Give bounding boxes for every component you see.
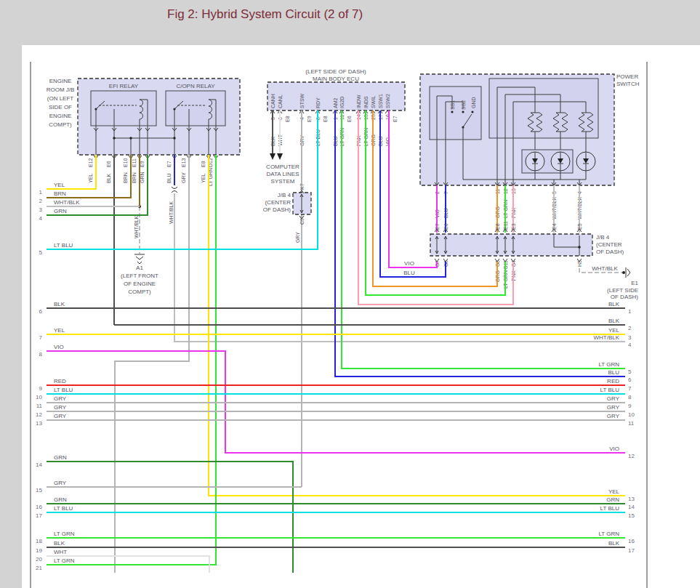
svg-text:E8: E8 [201, 161, 206, 167]
svg-text:E1: E1 [631, 280, 638, 286]
svg-text:E7: E7 [393, 116, 398, 122]
svg-text:INDS: INDS [363, 96, 369, 108]
svg-text:VIO: VIO [609, 446, 619, 452]
diagram-canvas: Fig 2: Hybrid System Circuit (2 of 7) EN… [0, 0, 700, 588]
stsw-wire-label: GRY [295, 232, 300, 243]
svg-text:11: 11 [36, 403, 43, 409]
svg-text:E9: E9 [307, 116, 312, 122]
svg-text:OF DASH): OF DASH) [611, 294, 639, 300]
switch-contact-box [430, 86, 481, 140]
svg-text:J/B 4: J/B 4 [278, 192, 291, 198]
svg-text:14: 14 [628, 504, 635, 510]
svg-text:WHT/BLK: WHT/BLK [134, 216, 139, 238]
svg-text:LT BLU: LT BLU [600, 387, 620, 393]
svg-text:GRY: GRY [607, 413, 620, 419]
svg-text:GRN: GRN [54, 454, 67, 461]
svg-text:BLK: BLK [608, 318, 620, 324]
svg-text:E7: E7 [166, 161, 172, 167]
svg-text:15: 15 [36, 487, 42, 494]
svg-text:WHT/BLK: WHT/BLK [169, 201, 174, 224]
svg-text:OF ENGINE: OF ENGINE [124, 281, 156, 287]
svg-text:17: 17 [36, 512, 42, 519]
jb4s-pin-c9: C9 [299, 218, 305, 225]
svg-text:GRN: GRN [606, 496, 619, 503]
svg-text:12: 12 [36, 411, 42, 418]
svg-text:SSW1: SSW1 [378, 94, 383, 108]
svg-text:12: 12 [628, 453, 635, 459]
svg-text:GRY: GRY [54, 404, 67, 411]
svg-text:10: 10 [36, 394, 42, 400]
svg-text:(LEFT FRONT: (LEFT FRONT [121, 273, 158, 279]
blu-wire-label: BLU [403, 270, 415, 276]
svg-text:YEL: YEL [608, 488, 620, 495]
svg-text:YEL: YEL [201, 174, 206, 183]
svg-text:YEL: YEL [54, 182, 65, 188]
svg-text:WHT/BLK: WHT/BLK [54, 199, 80, 206]
svg-text:WHT/BLK: WHT/BLK [593, 334, 619, 341]
svg-text:BRN: BRN [123, 172, 128, 183]
wiring-diagram-page: Fig 2: Hybrid System Circuit (2 of 7) EN… [0, 0, 700, 588]
svg-text:SYSTEM: SYSTEM [271, 178, 295, 185]
svg-text:BLU: BLU [608, 369, 619, 376]
svg-text:GRY: GRY [607, 395, 620, 402]
svg-text:20: 20 [36, 556, 42, 563]
svg-text:E8: E8 [495, 223, 500, 230]
svg-text:GRY: GRY [54, 413, 67, 419]
svg-text:BLK: BLK [54, 301, 65, 307]
jb4s-pin-k7: K7 [299, 183, 305, 190]
svg-text:1: 1 [39, 189, 43, 196]
svg-text:OF DASH): OF DASH) [263, 206, 291, 213]
svg-text:STSW: STSW [299, 93, 305, 108]
engine-jb-label: ENGINE [49, 78, 72, 84]
svg-text:GRY: GRY [607, 404, 620, 411]
svg-text:3: 3 [628, 334, 632, 341]
svg-text:16: 16 [36, 504, 42, 510]
svg-text:E11: E11 [503, 221, 508, 230]
svg-text:LT BLU: LT BLU [600, 505, 620, 512]
svg-text:BRN: BRN [54, 190, 66, 197]
svg-text:17: 17 [628, 547, 635, 554]
vio-wire-label: VIO [404, 260, 414, 267]
svg-text:GRY: GRY [181, 172, 186, 183]
svg-text:6: 6 [628, 376, 632, 383]
svg-text:(CENTER: (CENTER [265, 199, 291, 206]
svg-text:J/B 4: J/B 4 [596, 234, 610, 241]
svg-text:13: 13 [36, 420, 42, 427]
svg-text:ENGINE: ENGINE [49, 113, 72, 119]
svg-text:IG2D: IG2D [339, 97, 345, 108]
svg-text:11: 11 [628, 420, 635, 427]
svg-text:ROOM J/B: ROOM J/B [47, 86, 75, 93]
svg-text:15: 15 [628, 512, 635, 519]
copn-relay-label: C/OPN RELAY [176, 83, 215, 89]
svg-text:3: 3 [39, 206, 43, 213]
svg-text:BLK: BLK [608, 540, 620, 547]
svg-text:(ON LEFT: (ON LEFT [47, 95, 74, 102]
svg-text:BLK: BLK [608, 301, 620, 307]
svg-text:YEL: YEL [88, 174, 93, 183]
svg-text:DATA LINES: DATA LINES [266, 171, 299, 177]
svg-text:SSW2: SSW2 [385, 94, 390, 108]
svg-text:(LEFT SIDE: (LEFT SIDE [607, 287, 638, 294]
svg-text:E6: E6 [347, 116, 352, 122]
svg-text:E5: E5 [577, 223, 582, 230]
svg-text:(CENTER: (CENTER [596, 241, 622, 248]
svg-text:4: 4 [39, 215, 43, 222]
svg-text:LT GRN: LT GRN [598, 531, 619, 537]
svg-text:OF DASH): OF DASH) [596, 249, 624, 255]
jb4-main-box [430, 234, 592, 256]
svg-text:RED: RED [54, 378, 66, 384]
svg-text:21: 21 [36, 565, 42, 571]
ss1-label: SS1 [450, 100, 455, 110]
svg-text:LT BLU: LT BLU [54, 387, 73, 393]
svg-text:GRY: GRY [54, 395, 67, 402]
svg-text:16: 16 [628, 538, 635, 544]
svg-text:1: 1 [628, 308, 632, 315]
efi-relay-label: EFI RELAY [109, 83, 139, 89]
gnd-label: GND [471, 97, 476, 108]
svg-text:4: 4 [628, 342, 632, 348]
svg-text:COMPT): COMPT) [128, 289, 151, 295]
ss2-label: SS2 [461, 100, 466, 110]
svg-text:E3: E3 [511, 223, 516, 230]
svg-text:GRN: GRN [140, 172, 145, 183]
svg-text:E4: E4 [552, 223, 557, 230]
